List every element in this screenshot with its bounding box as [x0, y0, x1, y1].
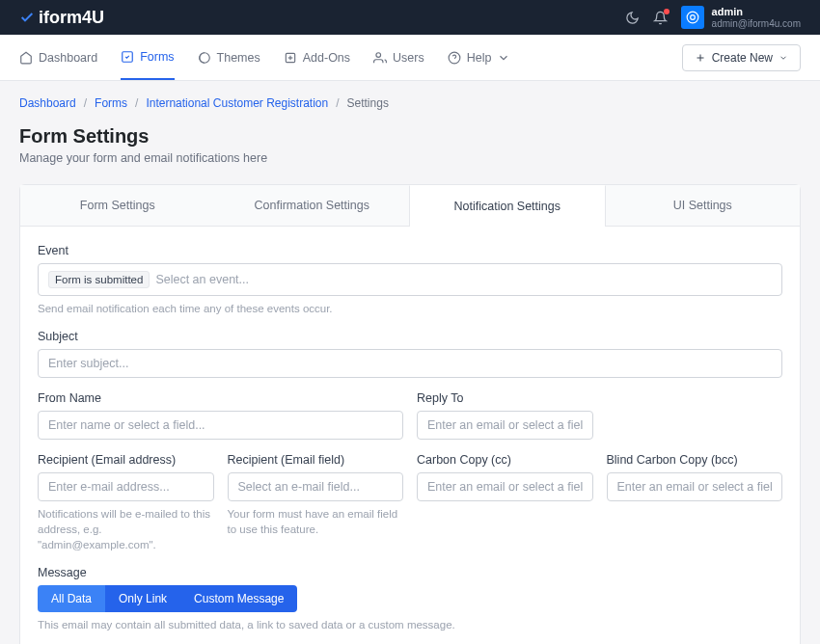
bcc-label: Blind Carbon Copy (bcc): [607, 453, 783, 467]
nav-users[interactable]: Users: [373, 35, 424, 80]
nav-forms[interactable]: Forms: [121, 35, 174, 80]
recipient-field-helper: Your form must have an email field to us…: [228, 506, 404, 537]
subject-input[interactable]: [38, 349, 782, 378]
bell-icon[interactable]: [653, 11, 668, 25]
breadcrumb: Dashboard/ Forms/ International Customer…: [19, 96, 801, 110]
svg-point-1: [690, 15, 695, 20]
user-menu[interactable]: admin admin@iform4u.com: [681, 6, 801, 29]
message-only-link[interactable]: Only Link: [105, 585, 180, 612]
chevron-down-icon: [497, 51, 510, 65]
plus-icon: [695, 52, 706, 64]
logo[interactable]: iform4U: [19, 8, 104, 28]
moon-icon[interactable]: [625, 11, 640, 25]
tab-form-settings[interactable]: Form Settings: [20, 185, 215, 226]
message-label: Message: [38, 566, 782, 579]
page-title: Form Settings: [19, 125, 801, 148]
breadcrumb-forms[interactable]: Forms: [95, 96, 127, 110]
recipient-email-helper: Notifications will be e-mailed to this a…: [38, 506, 214, 552]
message-toggle: All Data Only Link Custom Message: [38, 585, 782, 612]
from-name-label: From Name: [38, 391, 403, 405]
nav-dashboard[interactable]: Dashboard: [19, 35, 97, 80]
recipient-email-label: Recipient (Email address): [38, 453, 214, 467]
message-helper: This email may contain all submitted dat…: [38, 617, 782, 632]
nav-addons[interactable]: Add-Ons: [284, 35, 350, 80]
nav-help[interactable]: Help: [448, 35, 511, 80]
breadcrumb-form-name[interactable]: International Customer Registration: [146, 96, 328, 110]
subject-label: Subject: [38, 330, 782, 343]
recipient-field-label: Recipient (Email field): [228, 453, 404, 467]
event-placeholder: Select an event...: [155, 273, 249, 286]
create-new-button[interactable]: Create New: [682, 44, 801, 71]
avatar: [681, 6, 704, 29]
user-email: admin@iform4u.com: [712, 18, 801, 29]
recipient-email-input[interactable]: [38, 472, 214, 501]
message-custom[interactable]: Custom Message: [180, 585, 297, 612]
event-label: Event: [38, 244, 782, 257]
breadcrumb-dashboard[interactable]: Dashboard: [19, 96, 76, 110]
bcc-input[interactable]: [607, 472, 783, 501]
topbar-right: admin admin@iform4u.com: [625, 6, 801, 29]
recipient-field-input[interactable]: [228, 472, 404, 501]
cc-label: Carbon Copy (cc): [417, 453, 593, 467]
reply-to-label: Reply To: [417, 391, 593, 405]
chevron-down-icon: [779, 53, 788, 63]
settings-card: Form Settings Confirmation Settings Noti…: [19, 184, 801, 644]
reply-to-input[interactable]: [417, 411, 593, 440]
navbar: Dashboard Forms Themes Add-Ons Users Hel…: [0, 35, 820, 81]
svg-point-7: [376, 52, 381, 57]
brand-text: iform4U: [39, 8, 104, 28]
tab-confirmation[interactable]: Confirmation Settings: [215, 185, 410, 226]
topbar: iform4U admin admin@iform4u.com: [0, 0, 820, 35]
message-all-data[interactable]: All Data: [38, 585, 105, 612]
event-tag[interactable]: Form is submitted: [48, 271, 150, 288]
tabs: Form Settings Confirmation Settings Noti…: [20, 185, 800, 227]
breadcrumb-current: Settings: [347, 96, 389, 110]
notification-dot: [664, 9, 670, 14]
tab-notification[interactable]: Notification Settings: [409, 185, 606, 227]
page-subtitle: Manage your form and email notifications…: [19, 151, 801, 165]
user-name: admin: [712, 6, 801, 17]
tab-ui[interactable]: UI Settings: [606, 185, 801, 226]
from-name-input[interactable]: [38, 411, 403, 440]
event-helper: Send email notification each time any of…: [38, 301, 782, 316]
svg-point-0: [687, 12, 698, 23]
event-input[interactable]: Form is submitted Select an event...: [38, 263, 782, 296]
nav-themes[interactable]: Themes: [198, 35, 260, 80]
cc-input[interactable]: [417, 472, 593, 501]
